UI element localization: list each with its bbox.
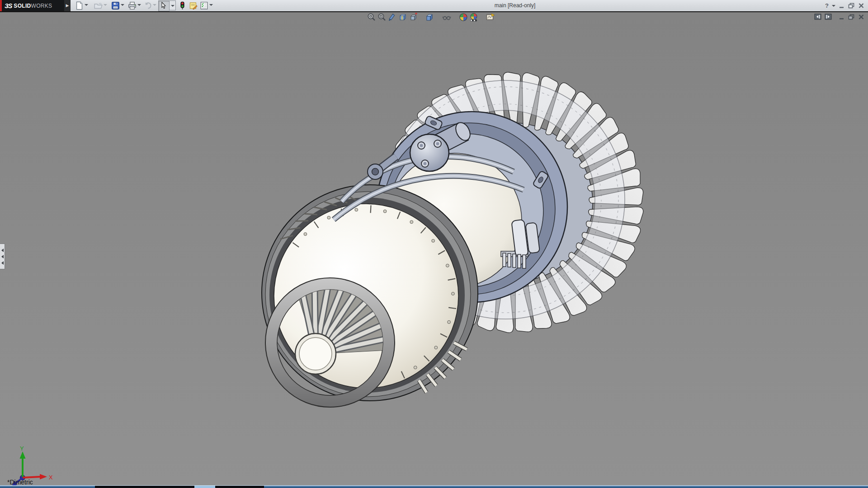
- print-icon[interactable]: [128, 1, 137, 10]
- bracket-comb: [503, 253, 526, 268]
- y-axis-arrow: [20, 451, 26, 459]
- open-folder-icon: [94, 1, 103, 10]
- solidworks-logo-bold: SOLID: [14, 3, 31, 9]
- display-style-icon[interactable]: [409, 13, 418, 22]
- zoom-to-area-icon[interactable]: [377, 13, 387, 22]
- child-minimize-icon[interactable]: [839, 14, 845, 20]
- view-orientation-icon[interactable]: [398, 13, 407, 22]
- comment-note-icon[interactable]: [189, 1, 198, 10]
- restore-icon[interactable]: [848, 3, 855, 9]
- front-retaining-ring: [265, 278, 395, 407]
- print-dropdown-icon[interactable]: [137, 4, 141, 6]
- jet-engine-3d-model: [0, 0, 868, 488]
- y-axis-label: Y: [20, 445, 24, 452]
- x-axis-arrow: [40, 474, 47, 479]
- menu-flyout-arrow-icon[interactable]: ▶: [64, 0, 71, 11]
- document-window-controls: [814, 14, 864, 20]
- stator-slats-bottom: [419, 343, 467, 392]
- save-icon[interactable]: [111, 1, 120, 10]
- stator-slats-top: [280, 195, 358, 239]
- new-document-dropdown-icon[interactable]: [85, 4, 88, 6]
- fan-hub: [434, 123, 593, 282]
- actuator-cylinder: [410, 120, 473, 171]
- compressor-casing-rings: [377, 112, 567, 302]
- section-view-icon[interactable]: [388, 13, 397, 22]
- taskbar-edge: [0, 485, 868, 488]
- fan-blades: [382, 72, 644, 333]
- help-icon[interactable]: ?: [825, 2, 829, 9]
- child-restore-icon[interactable]: [848, 14, 855, 20]
- hide-show-items-icon[interactable]: [442, 13, 451, 22]
- feature-tree-flyout-tab[interactable]: [0, 244, 5, 269]
- undo-icon: [144, 1, 152, 10]
- dome-rivet-band: [292, 205, 456, 378]
- undo-dropdown-icon: [153, 4, 156, 6]
- design-checklist-dropdown-icon[interactable]: [209, 4, 213, 6]
- apply-scene-icon[interactable]: [469, 13, 478, 22]
- edit-appearance-icon[interactable]: [459, 13, 468, 22]
- front-casing-dome: [262, 185, 478, 401]
- solidworks-logo-light: WORKS: [31, 3, 52, 9]
- casing-bolt-tab: [424, 116, 443, 131]
- minimize-icon[interactable]: [839, 3, 845, 9]
- solidworks-logo: ЗS SOLIDWORKS: [0, 0, 64, 11]
- child-close-icon[interactable]: [858, 14, 864, 20]
- solidworks-logo-glyph: ЗS: [5, 2, 12, 9]
- x-axis-label: X: [49, 474, 53, 481]
- view-settings-icon[interactable]: [486, 13, 495, 22]
- expand-right-pane-icon[interactable]: [825, 14, 832, 20]
- select-cursor-icon[interactable]: [160, 2, 167, 9]
- splined-shaft-cone: [285, 248, 422, 374]
- new-document-icon[interactable]: [75, 1, 84, 10]
- graphics-viewport[interactable]: Y X Z *Dimetric: [0, 12, 868, 485]
- casing-bolt-tab: [533, 170, 549, 189]
- help-dropdown-icon[interactable]: [832, 5, 835, 7]
- window-title: main [Read-only]: [495, 2, 536, 9]
- zoom-to-fit-icon[interactable]: [367, 13, 376, 22]
- close-icon[interactable]: [858, 3, 864, 9]
- shaded-cube-icon[interactable]: [425, 13, 434, 22]
- open-folder-dropdown-icon: [104, 4, 107, 6]
- traffic-light-icon[interactable]: [178, 1, 187, 10]
- connector-bracket: [501, 218, 540, 268]
- view-orientation-label: *Dimetric: [7, 479, 33, 486]
- select-tool-dropdown[interactable]: [169, 0, 176, 10]
- save-dropdown-icon[interactable]: [121, 4, 124, 6]
- translucent-shroud-ring: [386, 80, 625, 319]
- mount-lug: [368, 156, 396, 179]
- fuel-tubes: [334, 156, 524, 220]
- collapse-left-pane-icon[interactable]: [814, 14, 821, 20]
- title-bar: ЗS SOLIDWORKS ▶: [0, 0, 868, 12]
- design-checklist-icon[interactable]: [200, 1, 208, 10]
